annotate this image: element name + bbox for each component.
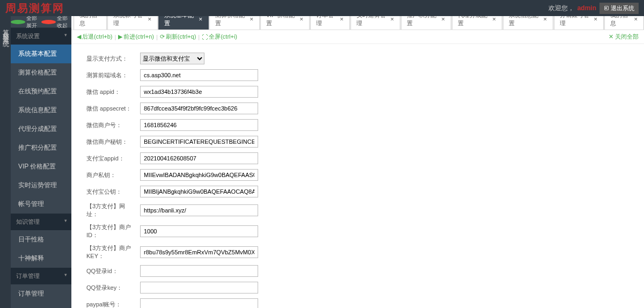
tab[interactable]: 系统基本配置✕ <box>158 16 209 30</box>
form-row: 微信商户秘钥： <box>86 136 629 148</box>
close-icon[interactable]: ✕ <box>492 17 496 22</box>
close-icon[interactable]: ✕ <box>634 17 638 22</box>
form-row: 微信商户号： <box>86 119 629 131</box>
sidebar-item[interactable]: 帐号管理 <box>11 195 71 214</box>
close-icon[interactable]: ✕ <box>390 17 394 22</box>
form-input[interactable] <box>140 225 258 237</box>
fullscreen-link[interactable]: ⛶ 全屏(ctrl+i) <box>202 33 237 41</box>
close-all-link[interactable]: ✕ 关闭全部 <box>609 33 639 41</box>
vertical-sidebar-label: 算命频道系统 <box>0 16 11 308</box>
sidebar-item[interactable]: 订单导出 <box>11 303 71 308</box>
sidebar: 全部展开 全部收起 系统设置系统基本配置测算价格配置在线预约配置系统信息配置代理… <box>11 16 71 308</box>
welcome-text: 欢迎您， <box>548 4 574 13</box>
form-label: 【3方支付】商户KEY： <box>86 244 140 260</box>
logout-button[interactable]: 退出系统 <box>599 3 639 14</box>
form-row: 【3方支付】商户KEY： <box>86 244 629 260</box>
sidebar-item[interactable]: 十神解释 <box>11 249 71 268</box>
close-icon[interactable]: ✕ <box>250 17 254 22</box>
collapse-all[interactable]: 全部收起 <box>41 16 72 27</box>
form-input[interactable] <box>140 86 258 98</box>
refresh-link[interactable]: ⟳ 刷新(ctrl+q) <box>160 33 196 41</box>
form-input[interactable] <box>140 282 258 294</box>
form-input[interactable] <box>140 102 258 114</box>
tabs-bar: 我的信息系统帐号管理✕系统基本配置✕测算价格配置✕VIP 价格配置✕订单管理✕实… <box>71 16 644 30</box>
sidebar-item[interactable]: 测算价格配置 <box>11 63 71 82</box>
sidebar-item[interactable]: 在线预约配置 <box>11 82 71 101</box>
form-label: 测算前端域名： <box>86 71 140 79</box>
form-row: QQ登录key： <box>86 282 629 294</box>
form-select[interactable]: 显示微信和支付宝 <box>140 53 204 64</box>
form-input[interactable] <box>140 152 258 164</box>
form-label: 支付宝appid： <box>86 155 140 163</box>
sidebar-item[interactable]: 推广积分配置 <box>11 138 71 157</box>
close-icon[interactable]: ✕ <box>594 17 598 22</box>
form-input[interactable] <box>140 169 258 181</box>
form-label: 微信商户秘钥： <box>86 138 140 146</box>
sidebar-group-head[interactable]: 知识管理 <box>11 214 71 230</box>
expand-icon <box>11 20 25 24</box>
form-input[interactable] <box>140 186 258 197</box>
form-label: paypal账号： <box>86 300 140 309</box>
form-input[interactable] <box>140 136 258 148</box>
tab[interactable]: 推广积分配置✕ <box>401 16 451 30</box>
logo: 周易测算网 <box>5 1 64 16</box>
form-row: 显示支付方式：显示微信和支付宝 <box>86 53 629 64</box>
sidebar-item[interactable]: 系统信息配置 <box>11 101 71 120</box>
form-row: QQ登录id： <box>86 265 629 277</box>
tab[interactable]: 分销账号管理✕ <box>554 16 604 30</box>
form-row: 【3方支付】网址： <box>86 202 629 218</box>
close-icon[interactable]: ✕ <box>543 17 547 22</box>
close-icon[interactable]: ✕ <box>441 17 445 22</box>
form-label: 支付宝公钥： <box>86 188 140 196</box>
form-input[interactable] <box>140 204 258 216</box>
close-icon[interactable]: ✕ <box>299 17 304 22</box>
form-label: 显示支付方式： <box>86 55 140 63</box>
form-row: 商户私钥： <box>86 169 629 181</box>
close-icon[interactable]: ✕ <box>148 17 152 22</box>
form-row: 支付宝appid： <box>86 152 629 164</box>
sidebar-item[interactable]: VIP 价格配置 <box>11 157 71 176</box>
form-label: QQ登录key： <box>86 284 140 292</box>
expand-all[interactable]: 全部展开 <box>11 16 41 27</box>
form-row: 微信 appsecret： <box>86 102 629 114</box>
tab[interactable]: 测算价格配置✕ <box>209 16 260 30</box>
sidebar-item[interactable]: 实时运势管理 <box>11 176 71 195</box>
tab[interactable]: 实时运势管理✕ <box>350 16 401 30</box>
form-label: 微信 appid： <box>86 88 140 96</box>
form-row: 测算前端域名： <box>86 69 629 81</box>
form-input[interactable] <box>140 265 258 277</box>
form-row: paypal账号： <box>86 298 629 308</box>
tab[interactable]: VIP 价格配置✕ <box>260 16 310 30</box>
tab[interactable]: 订单管理✕ <box>310 16 350 30</box>
form-input[interactable] <box>140 119 258 131</box>
close-icon[interactable]: ✕ <box>340 17 344 22</box>
form-area: 显示支付方式：显示微信和支付宝测算前端域名：微信 appid：微信 appsec… <box>71 44 644 308</box>
form-label: 【3方支付】商户ID： <box>86 223 140 239</box>
tab[interactable]: 系统信息配置✕ <box>503 16 553 30</box>
close-icon[interactable]: ✕ <box>199 17 203 22</box>
form-label: 商户私钥： <box>86 171 140 179</box>
topbar: 周易测算网 欢迎您， admin 退出系统 <box>0 0 644 16</box>
form-input[interactable] <box>140 298 258 308</box>
sidebar-group-head[interactable]: 系统设置 <box>11 28 71 45</box>
sidebar-item[interactable]: 系统基本配置 <box>11 45 71 63</box>
toolbar: ◀ 后退(ctrl+b) | ▶ 前进(ctrl+n) | ⟳ 刷新(ctrl+… <box>71 30 644 44</box>
form-label: QQ登录id： <box>86 267 140 275</box>
sidebar-item[interactable]: 代理分成配置 <box>11 120 71 138</box>
form-label: 【3方支付】网址： <box>86 202 140 218</box>
form-row: 支付宝公钥： <box>86 186 629 197</box>
tab[interactable]: 我的信息✕ <box>604 16 644 30</box>
sidebar-item[interactable]: 日干性格 <box>11 230 71 249</box>
form-label: 微信 appsecret： <box>86 105 140 113</box>
back-link[interactable]: ◀ 后退(ctrl+b) <box>77 33 113 41</box>
form-row: 【3方支付】商户ID： <box>86 223 629 239</box>
sidebar-group-head[interactable]: 订单管理 <box>11 268 71 284</box>
username: admin <box>577 4 596 12</box>
forward-link[interactable]: ▶ 前进(ctrl+n) <box>118 33 154 41</box>
form-input[interactable] <box>140 69 258 81</box>
tab[interactable]: 代理分成配置✕ <box>452 16 502 30</box>
tab[interactable]: 系统帐号管理✕ <box>107 16 158 30</box>
form-input[interactable] <box>140 246 258 258</box>
tab[interactable]: 我的信息 <box>74 16 107 30</box>
sidebar-item[interactable]: 订单管理 <box>11 284 71 303</box>
